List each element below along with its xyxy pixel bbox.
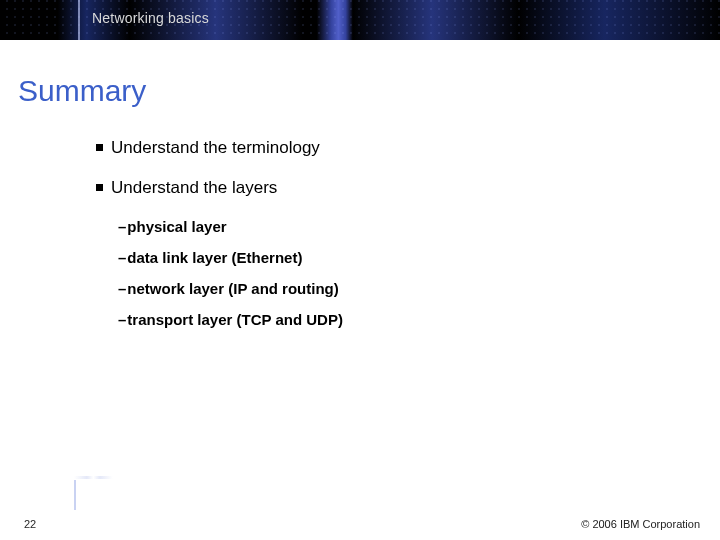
sub-bullet: data link layer (Ethernet): [118, 249, 680, 266]
footer: 22 © 2006 IBM Corporation: [0, 504, 720, 532]
sub-bullet: network layer (IP and routing): [118, 280, 680, 297]
slide: Networking basics Summary Understand the…: [0, 0, 720, 540]
banner-rule: [78, 0, 80, 40]
bullet-text: Understand the terminology: [111, 138, 320, 158]
square-bullet-icon: [96, 144, 103, 151]
page-number: 22: [24, 518, 36, 530]
slide-title: Summary: [18, 74, 146, 108]
copyright: © 2006 IBM Corporation: [581, 518, 700, 530]
footer-rule: [74, 480, 76, 510]
header-banner: Networking basics: [0, 0, 720, 40]
footer-strip: [74, 476, 720, 479]
bullet-list: Understand the terminology Understand th…: [96, 138, 680, 342]
square-bullet-icon: [96, 184, 103, 191]
bullet-item: Understand the terminology: [96, 138, 680, 158]
bullet-item: Understand the layers: [96, 178, 680, 198]
sub-bullet: physical layer: [118, 218, 680, 235]
bullet-text: Understand the layers: [111, 178, 277, 198]
sub-bullet: transport layer (TCP and UDP): [118, 311, 680, 328]
course-title: Networking basics: [92, 10, 209, 26]
